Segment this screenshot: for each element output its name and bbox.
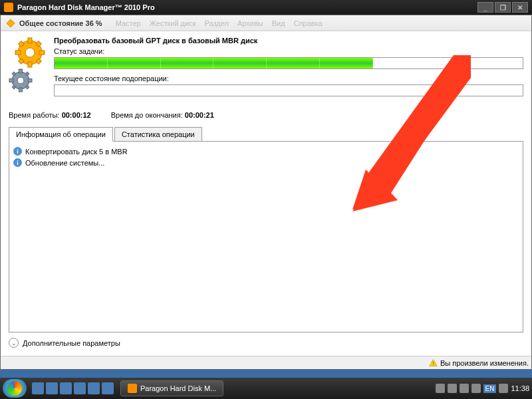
warning-icon: ! <box>429 358 438 367</box>
quick-launch-icon[interactable] <box>74 382 86 394</box>
remaining-value: 00:00:21 <box>185 111 214 119</box>
tray-icon[interactable] <box>436 384 445 393</box>
start-button[interactable] <box>3 379 27 398</box>
svg-rect-5 <box>39 51 45 55</box>
progress-fill-main <box>55 58 373 68</box>
task-header: Преобразовать базовый GPT диск в базовый… <box>9 37 523 102</box>
svg-marker-0 <box>7 19 15 27</box>
menu-wizard[interactable]: Мастер <box>116 19 141 27</box>
gear-small-icon <box>9 68 33 92</box>
task-title: Преобразовать базовый GPT диск в базовый… <box>54 37 523 45</box>
chevron-down-icon: ⌄ <box>9 338 19 348</box>
operation-text: Обновление системы... <box>25 159 104 167</box>
elapsed-value: 00:00:12 <box>62 111 91 119</box>
progress-bar-main <box>54 57 523 69</box>
tabs: Информация об операции Статистика операц… <box>9 127 523 142</box>
tab-content: i Конвертировать диск 5 в MBR i Обновлен… <box>9 142 523 332</box>
svg-rect-15 <box>28 79 32 82</box>
windows-orb-icon <box>7 381 22 396</box>
svg-rect-12 <box>19 69 23 73</box>
quick-launch-icon[interactable] <box>60 382 72 394</box>
elapsed-time: Время работы: 00:00:12 <box>9 111 91 119</box>
minimize-button[interactable]: _ <box>477 2 493 13</box>
progress-bar-sub <box>54 84 523 96</box>
svg-rect-3 <box>28 62 32 67</box>
svg-rect-4 <box>15 51 21 55</box>
content-area: Преобразовать базовый GPT диск в базовый… <box>1 31 531 356</box>
times-row: Время работы: 00:00:12 Время до окончани… <box>9 111 523 119</box>
app-icon <box>4 3 13 12</box>
tray-icon[interactable] <box>499 384 508 393</box>
extra-params-toggle[interactable]: ⌄ Дополнительные параметры <box>9 332 523 350</box>
operation-item: i Конвертировать диск 5 в MBR <box>13 146 519 157</box>
remaining-label: Время до окончания: <box>111 111 183 119</box>
quick-launch <box>32 382 114 394</box>
taskbar: Paragon Hard Disk M... EN 11:38 <box>0 378 532 399</box>
remaining-time: Время до окончания: 00:00:21 <box>111 111 214 119</box>
gears-icon <box>9 37 49 96</box>
svg-rect-2 <box>28 38 32 43</box>
quick-launch-icon[interactable] <box>102 382 114 394</box>
menu-partition[interactable]: Раздел <box>205 19 229 27</box>
menu-archives[interactable]: Архивы <box>237 19 263 27</box>
svg-text:!: ! <box>432 360 434 366</box>
window-title: Paragon Hard Disk Manager™ 2010 Pro <box>17 3 155 11</box>
info-icon: i <box>13 147 22 156</box>
svg-rect-14 <box>9 79 13 82</box>
app-icon <box>128 384 137 393</box>
tray-icon[interactable] <box>448 384 457 393</box>
window-controls: _ ❐ ✕ <box>477 2 528 13</box>
clock[interactable]: 11:38 <box>511 384 529 392</box>
taskbar-app-button[interactable]: Paragon Hard Disk M... <box>120 380 223 396</box>
operation-item: i Обновление системы... <box>13 157 519 168</box>
svg-point-10 <box>25 48 35 57</box>
extra-params-label: Дополнительные параметры <box>23 339 120 347</box>
close-button[interactable]: ✕ <box>512 2 528 13</box>
info-icon: i <box>13 158 22 167</box>
taskbar-app-label: Paragon Hard Disk M... <box>140 384 216 392</box>
main-window: Общее состояние 36 % Мастер Жесткий диск… <box>0 15 532 370</box>
toolbar: Общее состояние 36 % Мастер Жесткий диск… <box>1 15 531 31</box>
menu-help[interactable]: Справка <box>294 19 323 27</box>
language-indicator[interactable]: EN <box>483 384 497 393</box>
elapsed-label: Время работы: <box>9 111 60 119</box>
task-substatus-label: Текущее состояние подоперации: <box>54 74 523 82</box>
task-status-label: Статус задачи: <box>54 47 523 55</box>
tray-icon[interactable] <box>471 384 481 393</box>
titlebar: Paragon Hard Disk Manager™ 2010 Pro _ ❐ … <box>0 0 532 15</box>
system-tray: EN 11:38 <box>436 384 529 393</box>
tab-operation-stats[interactable]: Статистика операции <box>114 127 202 141</box>
operation-text: Конвертировать диск 5 в MBR <box>25 148 128 156</box>
tab-operation-info[interactable]: Информация об операции <box>9 127 113 142</box>
maximize-button[interactable]: ❐ <box>495 2 511 13</box>
tray-icon[interactable] <box>460 384 469 393</box>
statusbar: ! Вы произвели изменения. <box>1 356 531 369</box>
svg-point-20 <box>17 77 24 84</box>
menubar: Мастер Жесткий диск Раздел Архивы Вид Сп… <box>116 19 329 27</box>
statusbar-text: Вы произвели изменения. <box>440 359 529 367</box>
quick-launch-icon[interactable] <box>46 382 58 394</box>
task-info: Преобразовать базовый GPT диск в базовый… <box>54 37 523 102</box>
overall-status-label: Общее состояние 36 % <box>19 19 102 27</box>
menu-view[interactable]: Вид <box>272 19 285 27</box>
quick-launch-icon[interactable] <box>32 382 44 394</box>
svg-rect-13 <box>19 88 23 92</box>
menu-disk[interactable]: Жесткий диск <box>150 19 196 27</box>
gear-large-icon <box>14 37 46 68</box>
status-icon <box>6 19 15 28</box>
quick-launch-icon[interactable] <box>88 382 100 394</box>
